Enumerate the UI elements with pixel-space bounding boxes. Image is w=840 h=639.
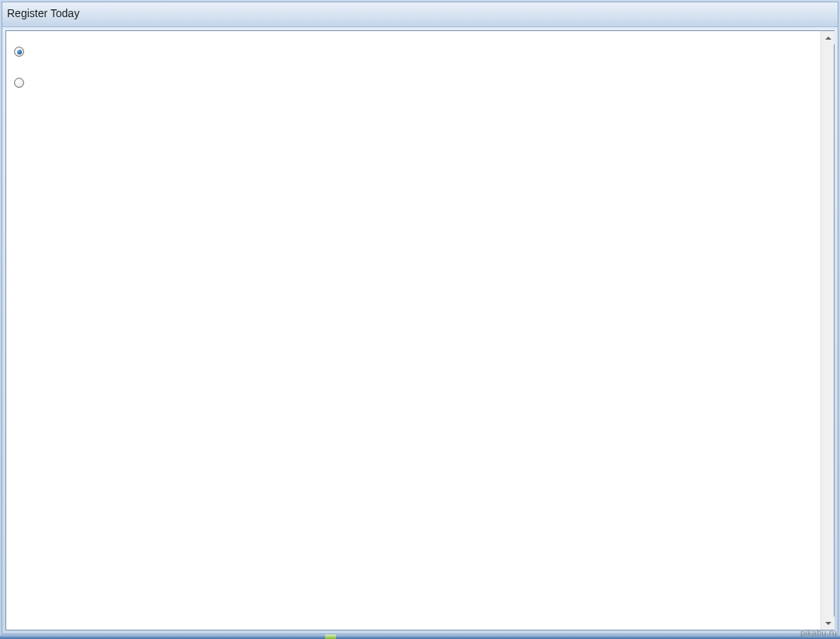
content-body <box>6 31 821 630</box>
content-frame <box>5 30 835 630</box>
radio-option-1[interactable] <box>14 47 24 57</box>
title-bar: Register Today <box>2 2 838 27</box>
vertical-scrollbar[interactable] <box>821 31 834 630</box>
option-row-1 <box>12 47 814 78</box>
dialog-window: Register Today <box>2 2 838 634</box>
scroll-up-button[interactable] <box>821 31 835 44</box>
window-title: Register Today <box>7 7 79 19</box>
scroll-down-button[interactable] <box>821 616 835 630</box>
taskbar-edge <box>0 634 840 639</box>
taskbar-highlight <box>325 634 336 639</box>
chevron-up-icon <box>825 37 831 40</box>
option-row-2 <box>12 78 814 109</box>
chevron-down-icon <box>825 622 831 625</box>
radio-option-2[interactable] <box>14 78 24 88</box>
